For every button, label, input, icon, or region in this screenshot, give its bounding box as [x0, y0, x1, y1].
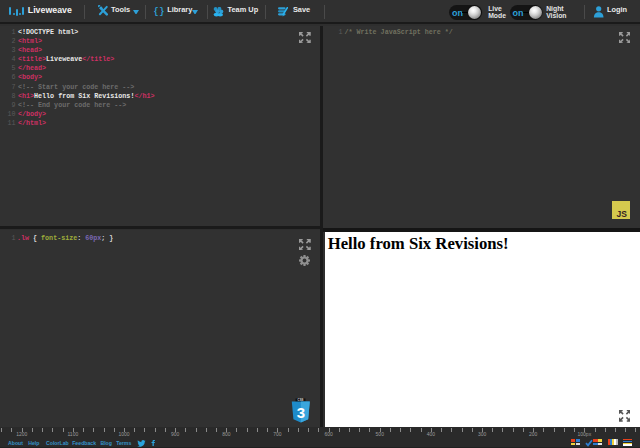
svg-text:3: 3: [297, 403, 305, 420]
